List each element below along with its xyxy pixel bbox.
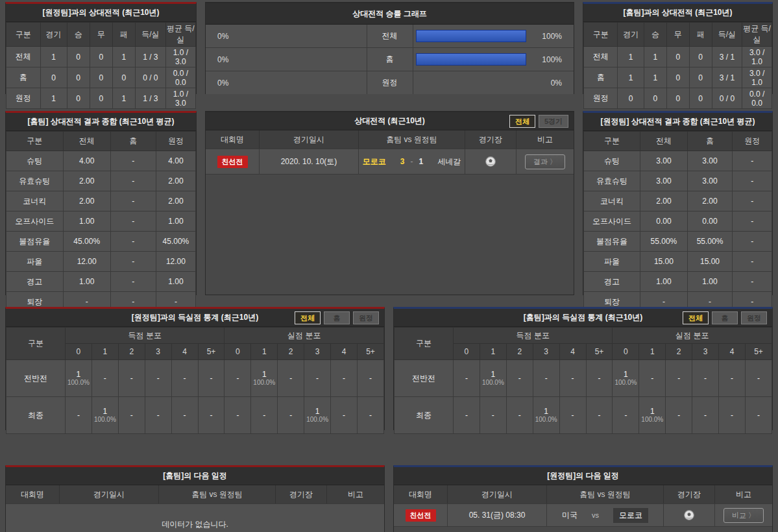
column-header: 원정 — [156, 132, 195, 151]
table-row: 전반전 1100.0% - - - - - - 1100.0% - - - - — [6, 360, 384, 397]
tab-all[interactable]: 전체 — [683, 311, 709, 324]
match-datetime: 05. 31(금) 08:30 — [448, 504, 547, 526]
cell: - — [304, 360, 331, 397]
column-header: 전체 — [63, 132, 110, 151]
tab-home[interactable]: 홈 — [324, 311, 350, 324]
cell: - — [171, 397, 198, 434]
cell: 55.00% — [640, 232, 688, 252]
table-header-row: 구분 경기 승 무 패 득/실 평균 득/실 — [6, 23, 196, 47]
away-winrate-zone: 0% — [413, 71, 574, 94]
column-header: 평균 득/실 — [165, 23, 195, 47]
right-bar-track — [416, 53, 526, 66]
cell: 0 — [644, 88, 666, 109]
cell: 15.00 — [687, 252, 733, 272]
panel-away-h2h: [원정팀]과의 상대전적 (최근10년) 구분 경기 승 무 패 득/실 평균 … — [5, 2, 197, 94]
panel-title: [홈팀] 상대전적 결과 종합 (최근10년 평균) — [6, 113, 196, 131]
away-team-name[interactable]: 세네갈 — [437, 156, 461, 167]
schedule-row: 친선전 05. 31(금) 08:30 미국 vs 모로코 비교 〉 — [394, 504, 772, 527]
table-row: 볼점유율55.00%55.00%- — [584, 232, 772, 252]
stat-label: 슈팅 — [584, 151, 640, 171]
league-badge: 친선전 — [217, 156, 248, 168]
home-team-name[interactable]: 모로코 — [363, 156, 386, 167]
panel-title-text: [홈팀]과의 득실점 통계 (최근10년) — [524, 309, 642, 326]
column-header: 대회명 — [206, 130, 260, 149]
cell: 0.00 — [640, 212, 688, 232]
panel-h2h-matches: 상대전적 (최근10년) 전체 5경기 대회명 경기일시 홈팀 vs 원정팀 경… — [205, 111, 574, 295]
scored-group-header: 득점 분포 — [66, 328, 225, 344]
stat-label: 오프사이드 — [6, 212, 64, 232]
cell: - — [586, 397, 613, 434]
cell: 0 — [618, 88, 644, 109]
cell: 3.00 — [687, 151, 733, 171]
bin-header: 1 — [480, 344, 506, 360]
tab-last5[interactable]: 5경기 — [539, 115, 568, 128]
right-percent-label: 100% — [542, 32, 562, 41]
bin-header: 4 — [719, 344, 746, 360]
cell: - — [733, 252, 772, 272]
stat-label: 경고 — [6, 272, 64, 292]
cell: 2.00 — [156, 171, 195, 191]
bin-header: 2 — [118, 344, 145, 360]
soccer-ball-icon[interactable] — [683, 509, 695, 521]
venue-cell — [664, 504, 715, 526]
column-header: 홈 — [110, 132, 156, 151]
vs-separator: vs — [592, 511, 599, 519]
table-row: 홈 1 1 0 0 3 / 1 3.0 / 1.0 — [584, 67, 772, 88]
cell: - — [719, 397, 746, 434]
cell: - — [666, 360, 692, 397]
table-row: 슈팅4.00-4.00 — [6, 151, 196, 171]
stat-label: 코너킥 — [584, 191, 640, 212]
away-winrate-zone: 100% — [413, 25, 574, 47]
table-row: 코너킥2.002.00- — [584, 191, 772, 212]
bin-header: 3 — [304, 344, 331, 360]
cell: 1100.0% — [533, 397, 559, 434]
winrate-row-total: 0% 전체 100% — [206, 25, 574, 48]
home-winrate-zone: 0% — [206, 25, 367, 47]
away-team-name[interactable]: 모로코 — [613, 508, 648, 523]
table-row: 슈팅3.003.00- — [584, 151, 772, 171]
left-bar-track — [254, 30, 364, 42]
cell: - — [559, 397, 586, 434]
result-button[interactable]: 결과 〉 — [525, 154, 565, 169]
panel-home-next-schedule: [홈팀]의 다음 일정 대회명 경기일시 홈팀 vs 원정팀 경기장 비고 데이… — [5, 465, 385, 532]
cell: - — [110, 151, 156, 171]
soccer-ball-icon[interactable] — [485, 156, 496, 167]
bin-header: 4 — [559, 344, 586, 360]
home-h2h-table: 구분 경기 승 무 패 득/실 평균 득/실 전체 1 1 0 0 3 / 1 — [583, 22, 772, 109]
cell: 1 — [618, 67, 644, 88]
cell: - — [454, 397, 480, 434]
cell: 4.00 — [156, 151, 195, 171]
home-goal-stats-table: 구분 득점 분포 실점 분포 012345+ 012345+ 전반전 - 110… — [394, 327, 772, 434]
cell: - — [198, 360, 225, 397]
table-row: 경고1.00-1.00 — [6, 272, 196, 292]
bin-header: 4 — [331, 344, 358, 360]
note-cell: 비교 〉 — [715, 504, 772, 526]
column-header: 패 — [689, 23, 712, 47]
home-team-name[interactable]: 미국 — [562, 510, 577, 521]
bin-header: 5+ — [357, 344, 383, 360]
tab-away[interactable]: 원정 — [353, 311, 379, 324]
stat-label: 볼점유율 — [584, 232, 640, 252]
venue-cell — [465, 149, 517, 174]
compare-button[interactable]: 비교 〉 — [723, 508, 764, 523]
tab-all[interactable]: 전체 — [295, 311, 321, 324]
cell: 1.00 — [156, 212, 195, 232]
cell: 0 — [666, 67, 689, 88]
bin-header: 4 — [171, 344, 198, 360]
cell: 1 — [40, 47, 67, 67]
tab-all[interactable]: 전체 — [509, 115, 535, 128]
table-row: 원정 1 0 0 1 1 / 3 1.0 / 3.0 — [6, 88, 196, 109]
cell: 원정 — [6, 88, 41, 109]
bin-header: 0 — [66, 344, 92, 360]
cell: - — [225, 360, 251, 397]
winrate-row-home: 0% 홈 100% — [206, 48, 574, 71]
bin-header: 1 — [251, 344, 278, 360]
column-header: 경기장 — [465, 130, 517, 149]
panel-title-text: 상대전적 (최근10년) — [354, 112, 425, 130]
bin-header: 5+ — [198, 344, 225, 360]
tab-home[interactable]: 홈 — [712, 311, 738, 324]
cell: 홈 — [584, 67, 618, 88]
cell: 45.00% — [63, 232, 110, 252]
cell: 1.00 — [640, 272, 688, 292]
tab-away[interactable]: 원정 — [741, 311, 767, 324]
